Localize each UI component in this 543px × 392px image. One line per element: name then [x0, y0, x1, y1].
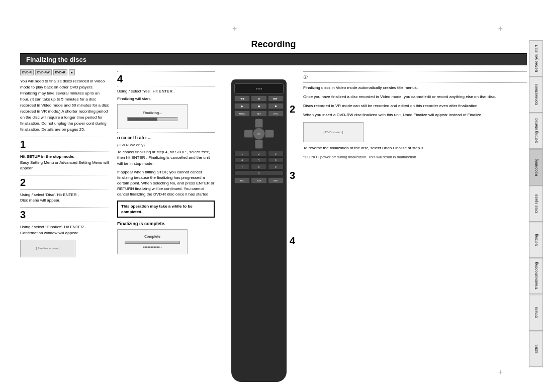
- step-3-label: Using / select ' Finalize'. Hit ENTER .: [20, 224, 109, 230]
- remote-btn-3[interactable]: ▶▶: [268, 95, 284, 102]
- num-8[interactable]: 8: [251, 164, 266, 169]
- right-text-1: Finalizing discs in Video mode automatic…: [303, 85, 527, 91]
- step-2-block: 2 Using / select 'Disc'. Hit ENTER . Dis…: [20, 175, 109, 203]
- step-4-text: Finalizing will start.: [117, 96, 215, 102]
- num-3[interactable]: 3: [268, 151, 284, 156]
- middle-column: 4 Using / select 'Yes'. Hit ENTER . Fina…: [113, 69, 219, 382]
- step-3-text: Confirmation window will appear.: [20, 230, 109, 236]
- finalizing-screen-content: Finalizing...: [127, 111, 177, 123]
- step-1-text: Easy Setting Menu or Advanced Setting Me…: [20, 160, 109, 171]
- right-column: ⓘ Finalizing discs in Video mode automat…: [299, 69, 527, 382]
- num-1[interactable]: 1: [234, 151, 250, 156]
- section-header: Finalizing the discs: [20, 54, 527, 65]
- tab-getting-started[interactable]: Getting started: [529, 113, 543, 149]
- intro-text: You will need to finalize discs recorded…: [20, 78, 109, 133]
- dpad-up-button[interactable]: [255, 119, 263, 128]
- remote-display: ■ ■ ■: [234, 83, 284, 93]
- dpad-down-button[interactable]: [255, 140, 263, 149]
- warning-text: *DO NOT power off during finalization. T…: [303, 154, 527, 160]
- tab-others[interactable]: Others: [529, 295, 543, 331]
- tab-setting[interactable]: Setting: [529, 222, 543, 258]
- remote-numpad: 1 2 3 4 5 6 7 8 9 0: [234, 151, 284, 176]
- dpad-enter-button[interactable]: OK: [253, 128, 265, 140]
- tab-extra[interactable]: Extra: [529, 331, 543, 367]
- remote-dpad[interactable]: OK: [244, 119, 274, 149]
- right-text-3: Discs recorded in VR mode can still be r…: [303, 103, 527, 109]
- step-2-number: 2: [20, 177, 109, 187]
- step-4-label: Using / select 'Yes'. Hit ENTER .: [117, 88, 215, 94]
- num-6[interactable]: 6: [268, 157, 284, 163]
- remote-mid-buttons: ▶ ◼ ⏺: [234, 103, 284, 109]
- page-container: + + + + Before you start Connections Get…: [0, 0, 543, 392]
- complete-screen: Complete ■■■■■■■■■■■ 1: [117, 229, 188, 254]
- num-9[interactable]: 9: [268, 164, 284, 169]
- reverse-text: To reverse the finalization of the disc,…: [303, 145, 527, 151]
- step-3-screen-label: [ Finalize screen ]: [36, 246, 59, 250]
- remote-column: 2 3 4 ■ ■ ■ ◀◀ ■ ▶▶ ▶ ◼: [219, 69, 299, 382]
- tab-connections[interactable]: Connections: [529, 76, 543, 113]
- step-3-screen: [ Finalize screen ]: [20, 240, 75, 257]
- tab-before-you-start[interactable]: Before you start: [529, 40, 543, 76]
- dpad-right-button[interactable]: [265, 130, 274, 138]
- tab-troubleshooting[interactable]: Troubleshooting: [529, 258, 543, 294]
- highlight-box: This operation may take a while to be co…: [117, 201, 215, 218]
- right-tabs: Before you start Connections Getting sta…: [529, 40, 543, 367]
- step-2-label: Using / select 'Disc'. Hit ENTER .: [20, 192, 109, 198]
- remote-btn-1[interactable]: ◀◀: [234, 95, 250, 102]
- remote-btn-setup[interactable]: SET: [251, 111, 266, 117]
- dpad-left-button[interactable]: [244, 130, 253, 138]
- cancel-detail: To cancel finalizing at step 4, hit STOP…: [117, 149, 215, 166]
- step-4-marker: 4: [290, 235, 295, 247]
- dvd-image-label: [ DVD screen ]: [323, 130, 343, 135]
- reg-mark-top-right: +: [498, 24, 503, 33]
- disc-icons: DVD-R DVD-RW DVD+R ■: [20, 69, 109, 75]
- num-2[interactable]: 2: [251, 151, 266, 156]
- content-body: DVD-R DVD-RW DVD+R ■ You will need to fi…: [20, 69, 527, 382]
- num-0[interactable]: 0: [234, 170, 284, 176]
- right-text-4: When you insert a DVD-RW disc finalized …: [303, 112, 527, 118]
- num-7[interactable]: 7: [234, 164, 250, 169]
- remote-btn-return[interactable]: RTN: [268, 111, 284, 117]
- step-1-label: Hit SETUP in the stop mode.: [20, 154, 109, 159]
- cancel-subtext: (DVD-RW only): [117, 142, 215, 148]
- finalize-complete: Finalizing is complete.: [117, 221, 215, 227]
- remote-btn-2[interactable]: ■: [251, 95, 266, 102]
- step-1-number: 1: [20, 139, 109, 149]
- right-text-2: Once you have finalized a disc recorded …: [303, 94, 527, 100]
- remote-extra-buttons: MENU SET RTN: [234, 111, 284, 117]
- remote-btn-menu[interactable]: MENU: [234, 111, 250, 117]
- remote-btn-subtitle[interactable]: SUB: [251, 177, 266, 183]
- tab-recording[interactable]: Recording: [529, 149, 543, 185]
- step-1-block: 1 Hit SETUP in the stop mode. Easy Setti…: [20, 137, 109, 171]
- remote-btn-audio[interactable]: AUD: [234, 177, 250, 183]
- step-3-number: 3: [20, 210, 109, 220]
- remote-btn-angle[interactable]: ANG: [268, 177, 284, 183]
- dvd-image: [ DVD screen ]: [303, 122, 364, 142]
- title-section: Recording Finalizing the discs: [20, 35, 527, 65]
- remote-btn-play[interactable]: ▶: [234, 103, 250, 109]
- remote-bottom-buttons: AUD SUB ANG: [234, 177, 284, 183]
- remote-btn-rec[interactable]: ⏺: [268, 103, 284, 109]
- reg-mark-top: +: [232, 24, 237, 33]
- step-3-block: 3 Using / select ' Finalize'. Hit ENTER …: [20, 207, 109, 235]
- step-3-marker: 3: [290, 170, 295, 181]
- finalizing-screen: Finalizing...: [117, 104, 188, 129]
- remote-display-text: ■ ■ ■: [256, 87, 262, 90]
- disc-icon-2: DVD-RW: [35, 69, 52, 75]
- num-4[interactable]: 4: [234, 157, 250, 163]
- remote-control: ■ ■ ■ ◀◀ ■ ▶▶ ▶ ◼ ⏺ MENU SET: [231, 79, 287, 382]
- disc-icon-4: ■: [69, 69, 75, 75]
- note-icon: ⓘ: [303, 74, 527, 80]
- step-2-marker: 2: [290, 104, 295, 115]
- disc-icon-1: DVD-R: [20, 69, 34, 75]
- cancel-title: o ca cel fi ali i ...: [117, 135, 215, 141]
- page-title: Recording: [20, 35, 527, 54]
- left-column: DVD-R DVD-RW DVD+R ■ You will need to fi…: [20, 69, 113, 382]
- complete-screen-content: Complete ■■■■■■■■■■■ 1: [125, 234, 180, 249]
- step-4-number: 4: [117, 74, 215, 84]
- stop-note: If appear when hitting STOP, you cannot …: [117, 169, 215, 198]
- num-5[interactable]: 5: [251, 157, 266, 163]
- remote-btn-stop[interactable]: ◼: [251, 103, 266, 109]
- remote-top-buttons: ◀◀ ■ ▶▶: [234, 95, 284, 102]
- tab-disc-specs[interactable]: Disc specs: [529, 185, 543, 222]
